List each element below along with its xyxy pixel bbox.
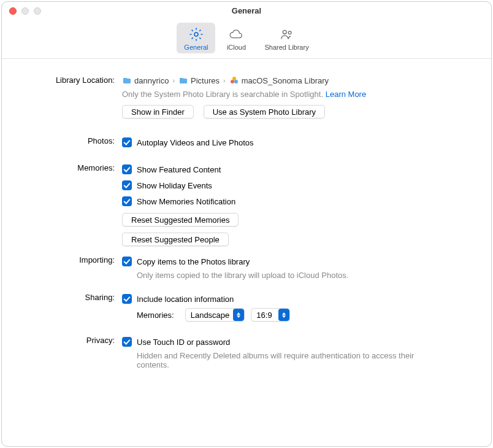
tab-general[interactable]: General [177,23,215,53]
touch-id-label: Use Touch ID or password [137,338,230,347]
memories-aspect-select[interactable]: 16:9 [251,308,289,322]
memories-format-label: Memories: [137,311,174,320]
svg-point-0 [194,33,198,36]
featured-content-checkbox[interactable] [122,164,132,174]
select-value: Landscape [191,311,230,320]
copy-to-library-checkbox[interactable] [122,257,132,266]
svg-point-7 [232,77,236,80]
holiday-events-label: Show Holiday Events [137,181,212,190]
tab-shared-library[interactable]: Shared Library [257,23,316,53]
svg-rect-6 [180,78,183,80]
breadcrumb-segment: Pictures [191,76,220,85]
use-as-system-library-button[interactable]: Use as System Photo Library [204,105,325,118]
minimize-window-button[interactable] [21,7,29,15]
close-window-button[interactable] [9,7,17,15]
traffic-lights [9,7,41,15]
library-location-label: Library Location: [26,74,122,85]
select-value: 16:9 [256,311,274,320]
touch-id-checkbox[interactable] [122,337,132,347]
privacy-description: Hidden and Recently Deleted albums will … [137,351,419,369]
copy-to-library-label: Copy items to the Photos library [137,257,250,266]
tab-label: General [184,44,208,51]
memories-orientation-select[interactable]: Landscape [185,308,245,322]
gear-icon [188,26,204,42]
svg-point-9 [234,80,238,83]
tab-label: Shared Library [264,44,308,51]
content-area: Library Location: dannyrico › Pictures › [2,59,491,383]
people-icon [279,26,295,42]
photos-library-icon [229,75,239,85]
titlebar: General [2,2,491,19]
sharing-section-label: Sharing: [26,291,122,302]
include-location-checkbox[interactable] [122,294,132,304]
svg-point-1 [283,30,286,34]
svg-point-2 [288,31,291,34]
breadcrumb-segment: dannyrico [134,76,169,85]
folder-home-icon [122,75,132,85]
svg-rect-4 [123,78,127,80]
memories-section-label: Memories: [26,161,122,172]
learn-more-link[interactable]: Learn More [326,90,366,99]
svg-point-8 [231,80,234,83]
chevron-right-icon: › [222,77,227,84]
toolbar: General iCloud Shared Library [2,19,491,59]
cloud-icon [228,26,244,42]
chevron-right-icon: › [171,77,176,84]
show-in-finder-button[interactable]: Show in Finder [122,105,194,118]
reset-suggested-memories-button[interactable]: Reset Suggested Memories [122,213,239,226]
memories-notification-checkbox[interactable] [122,196,132,206]
library-path-breadcrumb[interactable]: dannyrico › Pictures › macOS_Son [122,74,467,87]
autoplay-checkbox[interactable] [122,137,132,147]
preferences-window: General General iCloud [1,1,492,447]
importing-section-label: Importing: [26,253,122,265]
tab-icloud[interactable]: iCloud [218,23,254,53]
privacy-section-label: Privacy: [26,334,122,345]
zoom-window-button[interactable] [34,7,41,15]
featured-content-label: Show Featured Content [137,165,221,174]
autoplay-label: Autoplay Videos and Live Photos [137,138,254,147]
folder-icon [178,75,188,85]
reset-suggested-people-button[interactable]: Reset Suggested People [122,233,229,246]
include-location-label: Include location information [137,295,234,304]
tab-label: iCloud [227,44,246,51]
window-title: General [232,6,261,15]
importing-description: Only items copied to the library will up… [137,271,467,280]
holiday-events-checkbox[interactable] [122,180,132,190]
photos-section-label: Photos: [26,134,122,145]
library-spotlight-note: Only the System Photo Library is searcha… [122,90,323,99]
memories-notification-label: Show Memories Notification [137,197,235,206]
stepper-arrows-icon [278,309,289,321]
stepper-arrows-icon [233,309,244,321]
breadcrumb-segment: macOS_Sonoma Library [242,76,329,85]
